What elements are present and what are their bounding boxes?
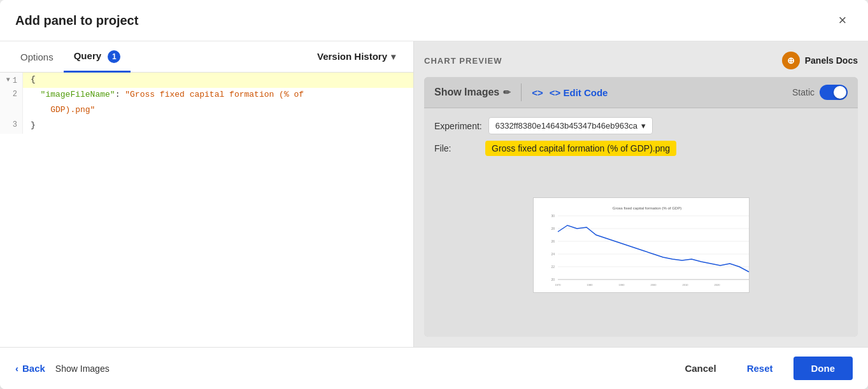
modal-header: Add panel to project × xyxy=(0,0,868,41)
done-button[interactable]: Done xyxy=(793,357,853,380)
chevron-down-icon: ▾ xyxy=(391,52,395,62)
edit-icon: ✏ xyxy=(503,87,511,97)
left-panel: Options Query 1 Version History ▾ ▼ xyxy=(0,41,414,347)
code-line-1: ▼ 1 { xyxy=(0,73,413,88)
svg-text:1980: 1980 xyxy=(587,283,593,286)
tab-version-history[interactable]: Version History ▾ xyxy=(309,42,403,71)
tabs-row: Options Query 1 Version History ▾ xyxy=(0,41,413,73)
svg-text:20: 20 xyxy=(551,278,555,281)
chart-preview-label: CHART PREVIEW xyxy=(424,56,502,66)
file-label: File: xyxy=(434,143,479,153)
svg-text:2020: 2020 xyxy=(714,283,720,286)
right-panel: CHART PREVIEW ⊕ Panels Docs Show Images … xyxy=(414,41,868,347)
edit-code-button[interactable]: <> <> Edit Code xyxy=(532,87,608,98)
svg-text:30: 30 xyxy=(551,214,555,218)
svg-text:26: 26 xyxy=(551,239,555,243)
file-row: File: Gross fixed capital formation (% o… xyxy=(434,141,848,156)
line-number-1: ▼ 1 xyxy=(0,73,23,88)
svg-text:2010: 2010 xyxy=(682,283,688,286)
line-number-3: 3 xyxy=(0,118,23,134)
line-content-2b: GDP).png" xyxy=(23,103,413,118)
footer-show-images-label: Show Images xyxy=(55,364,110,374)
toggle-switch[interactable] xyxy=(820,85,848,100)
static-toggle[interactable]: Static xyxy=(792,85,848,100)
line-content-2: "imageFileName": "Gross fixed capital fo… xyxy=(23,88,413,103)
modal-footer: ‹ Back Show Images Cancel Reset Done xyxy=(0,347,868,389)
chart-card-content: Experiment: 6332ff8380e14643b45347b46eb9… xyxy=(424,108,858,337)
code-editor[interactable]: ▼ 1 { 2 "imageFileName": "Gross fixed ca… xyxy=(0,73,413,347)
chevron-down-icon: ▾ xyxy=(641,121,646,131)
svg-text:28: 28 xyxy=(551,227,555,230)
experiment-row: Experiment: 6332ff8380e14643b45347b46eb9… xyxy=(434,117,848,134)
add-panel-modal: Add panel to project × Options Query 1 V… xyxy=(0,0,868,389)
svg-text:24: 24 xyxy=(551,252,555,256)
code-icon: <> xyxy=(532,87,543,98)
right-panel-header: CHART PREVIEW ⊕ Panels Docs xyxy=(424,52,858,69)
experiment-select[interactable]: 6332ff8380e14643b45347b46eb963ca ▾ xyxy=(488,117,653,134)
line-number-2b xyxy=(0,103,23,118)
chart-image-container: Gross fixed capital formation (% of GDP)… xyxy=(434,162,848,328)
show-images-button[interactable]: Show Images ✏ xyxy=(434,87,511,98)
panels-docs-icon: ⊕ xyxy=(782,52,800,69)
back-button[interactable]: ‹ Back xyxy=(15,363,45,374)
line-number-2: 2 xyxy=(0,88,23,103)
svg-text:22: 22 xyxy=(551,265,555,269)
close-button[interactable]: × xyxy=(832,10,853,31)
line-content-1: { xyxy=(23,73,413,88)
modal-body: Options Query 1 Version History ▾ ▼ xyxy=(0,41,868,347)
reset-button[interactable]: Reset xyxy=(737,358,783,379)
chart-svg: Gross fixed capital formation (% of GDP)… xyxy=(533,197,750,293)
toggle-knob xyxy=(834,86,846,99)
svg-text:Gross fixed capital formation : Gross fixed capital formation (% of GDP) xyxy=(612,206,681,210)
experiment-label: Experiment: xyxy=(434,121,482,131)
cancel-button[interactable]: Cancel xyxy=(674,358,726,379)
svg-text:2000: 2000 xyxy=(650,283,657,286)
line-content-3: } xyxy=(23,118,413,134)
arrow-indicator-1: ▼ xyxy=(6,76,10,83)
modal-title: Add panel to project xyxy=(15,13,138,28)
tab-query[interactable]: Query 1 xyxy=(64,41,131,73)
svg-text:1990: 1990 xyxy=(618,283,625,286)
chart-card-toolbar: Show Images ✏ <> <> Edit Code Static xyxy=(424,77,858,108)
chart-card: Show Images ✏ <> <> Edit Code Static xyxy=(424,77,858,337)
toolbar-divider xyxy=(521,83,522,101)
query-badge: 1 xyxy=(108,50,120,63)
back-arrow-icon: ‹ xyxy=(15,363,18,374)
svg-text:1970: 1970 xyxy=(555,283,561,286)
static-label: Static xyxy=(792,87,815,97)
code-line-3: 3 } xyxy=(0,118,413,134)
panels-docs-button[interactable]: ⊕ Panels Docs xyxy=(782,52,858,69)
code-line-2: 2 "imageFileName": "Gross fixed capital … xyxy=(0,88,413,103)
file-value: Gross fixed capital formation (% of GDP)… xyxy=(485,141,676,156)
tab-options[interactable]: Options xyxy=(10,43,64,72)
code-line-2b: GDP).png" xyxy=(0,103,413,118)
